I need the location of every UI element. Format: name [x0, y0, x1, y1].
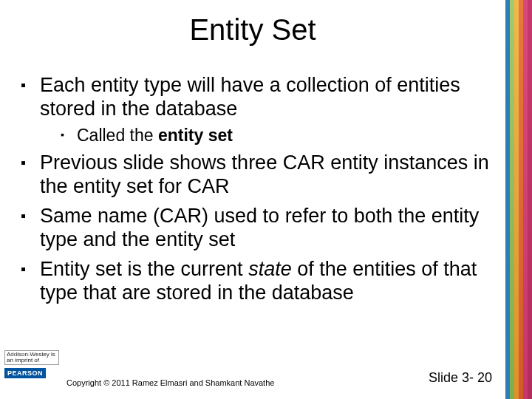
bullet-text-italic: state [248, 258, 292, 280]
bullet-text-pre: Entity set is the current [40, 258, 248, 280]
copyright-text: Copyright © 2011 Ramez Elmasri and Shamk… [66, 378, 274, 387]
sub-bullet-text-bold: entity set [158, 126, 233, 145]
sub-bullet-text-pre: Called the [77, 126, 158, 145]
bullet-item: Entity set is the current state of the e… [21, 258, 508, 305]
bullet-item: Previous slide shows three CAR entity in… [21, 151, 508, 199]
publisher-logo: Addison-Wesley is an imprint of PEARSON [4, 350, 59, 378]
pearson-label: PEARSON [4, 368, 46, 378]
bullet-text: Each entity type will have a collection … [40, 74, 460, 120]
bullet-text: Previous slide shows three CAR entity in… [40, 151, 489, 197]
slide: Entity Set Each entity type will have a … [0, 0, 532, 399]
addison-wesley-label: Addison-Wesley is an imprint of [4, 350, 59, 365]
sub-bullet-item: Called the entity set [61, 126, 508, 146]
bullet-text: Same name (CAR) used to refer to both th… [40, 205, 479, 250]
decorative-side-stripes [505, 0, 532, 399]
slide-content: Each entity type will have a collection … [21, 74, 508, 310]
bullet-item: Each entity type will have a collection … [21, 74, 508, 146]
slide-number: Slide 3- 20 [429, 370, 492, 386]
bullet-item: Same name (CAR) used to refer to both th… [21, 205, 508, 252]
slide-title: Entity Set [0, 13, 505, 47]
